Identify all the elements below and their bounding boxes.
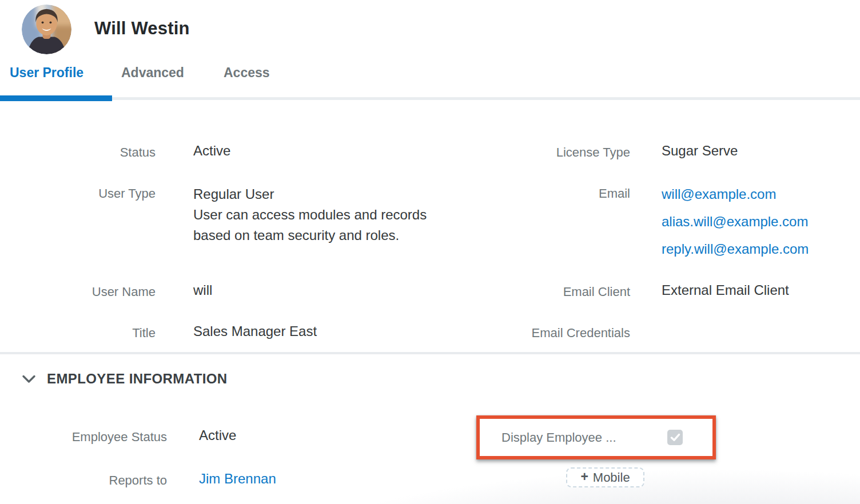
reports-to-link[interactable]: Jim Brennan bbox=[199, 471, 276, 486]
field-label-title: Title bbox=[23, 326, 156, 341]
tab-user-profile[interactable]: User Profile bbox=[10, 65, 83, 81]
field-value-user-name: will bbox=[193, 282, 212, 298]
tab-advanced[interactable]: Advanced bbox=[121, 65, 184, 81]
field-label-user-name: User Name bbox=[23, 285, 156, 299]
user-profile-page: Will Westin User Profile Advanced Access… bbox=[0, 0, 860, 504]
field-label-email-credentials: Email Credentials bbox=[493, 326, 630, 341]
add-mobile-label: Mobile bbox=[593, 470, 630, 485]
active-tab-indicator bbox=[0, 95, 112, 101]
section-divider bbox=[0, 352, 860, 354]
email-link-reply[interactable]: reply.will@example.com bbox=[662, 235, 809, 263]
email-link-primary[interactable]: will@example.com bbox=[662, 181, 809, 208]
display-employee-label: Display Employee ... bbox=[501, 430, 667, 445]
avatar[interactable] bbox=[22, 5, 71, 54]
field-value-status: Active bbox=[193, 143, 230, 159]
field-label-reports-to: Reports to bbox=[23, 473, 167, 488]
user-type-description-line1: User can access modules and records bbox=[193, 205, 427, 225]
section-title: EMPLOYEE INFORMATION bbox=[47, 371, 228, 387]
check-icon bbox=[670, 433, 680, 442]
field-value-email-client: External Email Client bbox=[662, 282, 789, 298]
field-value-user-type: Regular User User can access modules and… bbox=[193, 184, 427, 246]
tab-divider-line bbox=[0, 97, 860, 100]
field-label-license-type: License Type bbox=[493, 145, 630, 160]
highlight-box: Display Employee ... bbox=[476, 415, 716, 459]
add-mobile-button[interactable]: + Mobile bbox=[566, 467, 644, 487]
avatar-image bbox=[22, 5, 71, 54]
display-employee-checkbox[interactable] bbox=[667, 430, 683, 445]
field-value-license-type: Sugar Serve bbox=[662, 143, 738, 159]
field-label-employee-status: Employee Status bbox=[23, 430, 167, 445]
chevron-down-icon bbox=[22, 374, 36, 384]
employee-information-section-header[interactable]: EMPLOYEE INFORMATION bbox=[22, 371, 228, 387]
field-label-email: Email bbox=[493, 186, 630, 201]
page-title: Will Westin bbox=[94, 18, 190, 39]
field-value-employee-status: Active bbox=[199, 427, 236, 443]
tab-access[interactable]: Access bbox=[224, 65, 270, 81]
field-label-user-type: User Type bbox=[23, 186, 156, 201]
user-type-description-line2: based on team security and roles. bbox=[193, 225, 427, 246]
field-label-status: Status bbox=[23, 145, 156, 160]
field-value-email: will@example.com alias.will@example.com … bbox=[662, 181, 809, 263]
user-type-value: Regular User bbox=[193, 184, 427, 205]
plus-icon: + bbox=[580, 469, 588, 485]
email-link-alias[interactable]: alias.will@example.com bbox=[662, 208, 809, 235]
field-label-email-client: Email Client bbox=[493, 285, 630, 299]
field-value-title: Sales Manager East bbox=[193, 323, 317, 339]
